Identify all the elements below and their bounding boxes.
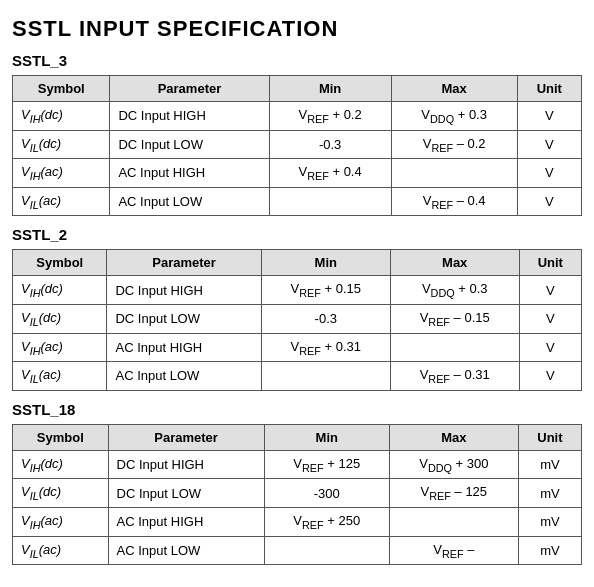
cell-symbol: VIL(dc) (13, 479, 109, 508)
table-row: VIH(ac)AC Input HIGHVREF + 0.31V (13, 333, 582, 362)
cell-min: -0.3 (269, 130, 391, 159)
cell-unit: V (517, 159, 581, 188)
cell-unit: mV (518, 479, 581, 508)
table-row: VIL(ac)AC Input LOWVREF – 0.4V (13, 187, 582, 216)
col-header-max: Max (391, 76, 517, 102)
cell-max: VREF – 125 (389, 479, 518, 508)
table-row: VIH(dc)DC Input HIGHVREF + 125VDDQ + 300… (13, 450, 582, 479)
table-sstl_2: SymbolParameterMinMaxUnitVIH(dc)DC Input… (12, 249, 582, 390)
cell-min (264, 536, 389, 565)
cell-unit: V (519, 333, 581, 362)
col-header-unit: Unit (517, 76, 581, 102)
section-heading-sstl_18: SSTL_18 (12, 401, 582, 418)
cell-min: VREF + 0.2 (269, 102, 391, 131)
table-row: VIL(dc)DC Input LOW-0.3VREF – 0.2V (13, 130, 582, 159)
cell-parameter: AC Input HIGH (108, 507, 264, 536)
cell-parameter: DC Input LOW (107, 304, 261, 333)
cell-min (269, 187, 391, 216)
cell-parameter: DC Input LOW (110, 130, 269, 159)
table-row: VIH(dc)DC Input HIGHVREF + 0.2VDDQ + 0.3… (13, 102, 582, 131)
cell-parameter: DC Input LOW (108, 479, 264, 508)
cell-max: VDDQ + 0.3 (390, 276, 519, 305)
cell-max: VREF – 0.15 (390, 304, 519, 333)
page-title: SSTL INPUT SPECIFICATION (12, 16, 582, 42)
cell-min: -300 (264, 479, 389, 508)
cell-parameter: DC Input HIGH (107, 276, 261, 305)
col-header-parameter: Parameter (110, 76, 269, 102)
cell-unit: mV (518, 450, 581, 479)
cell-min (261, 362, 390, 391)
table-row: VIL(ac)AC Input LOWVREF –mV (13, 536, 582, 565)
col-header-symbol: Symbol (13, 424, 109, 450)
cell-unit: V (519, 276, 581, 305)
cell-min: VREF + 125 (264, 450, 389, 479)
cell-symbol: VIH(dc) (13, 276, 107, 305)
col-header-unit: Unit (519, 250, 581, 276)
cell-parameter: AC Input LOW (107, 362, 261, 391)
cell-max (390, 333, 519, 362)
cell-parameter: DC Input HIGH (108, 450, 264, 479)
cell-symbol: VIH(ac) (13, 333, 107, 362)
cell-unit: V (517, 130, 581, 159)
cell-min: VREF + 250 (264, 507, 389, 536)
col-header-parameter: Parameter (107, 250, 261, 276)
section-heading-sstl_3: SSTL_3 (12, 52, 582, 69)
cell-unit: V (517, 187, 581, 216)
table-row: VIL(ac)AC Input LOWVREF – 0.31V (13, 362, 582, 391)
cell-max: VREF – 0.2 (391, 130, 517, 159)
cell-max (391, 159, 517, 188)
table-row: VIH(ac)AC Input HIGHVREF + 250mV (13, 507, 582, 536)
cell-parameter: AC Input LOW (110, 187, 269, 216)
table-row: VIL(dc)DC Input LOW-300VREF – 125mV (13, 479, 582, 508)
col-header-parameter: Parameter (108, 424, 264, 450)
cell-parameter: AC Input LOW (108, 536, 264, 565)
cell-unit: V (519, 362, 581, 391)
cell-max: VDDQ + 300 (389, 450, 518, 479)
cell-parameter: AC Input HIGH (110, 159, 269, 188)
cell-max: VREF – 0.31 (390, 362, 519, 391)
col-header-min: Min (269, 76, 391, 102)
section-heading-sstl_2: SSTL_2 (12, 226, 582, 243)
cell-min: -0.3 (261, 304, 390, 333)
table-sstl_18: SymbolParameterMinMaxUnitVIH(dc)DC Input… (12, 424, 582, 565)
cell-unit: V (517, 102, 581, 131)
cell-min: VREF + 0.15 (261, 276, 390, 305)
cell-symbol: VIL(dc) (13, 130, 110, 159)
cell-symbol: VIH(dc) (13, 450, 109, 479)
cell-symbol: VIH(dc) (13, 102, 110, 131)
cell-symbol: VIL(dc) (13, 304, 107, 333)
table-row: VIL(dc)DC Input LOW-0.3VREF – 0.15V (13, 304, 582, 333)
table-row: VIH(ac)AC Input HIGHVREF + 0.4V (13, 159, 582, 188)
cell-max: VDDQ + 0.3 (391, 102, 517, 131)
cell-parameter: AC Input HIGH (107, 333, 261, 362)
cell-symbol: VIL(ac) (13, 187, 110, 216)
cell-min: VREF + 0.4 (269, 159, 391, 188)
cell-symbol: VIH(ac) (13, 507, 109, 536)
cell-min: VREF + 0.31 (261, 333, 390, 362)
col-header-unit: Unit (518, 424, 581, 450)
col-header-min: Min (261, 250, 390, 276)
col-header-max: Max (390, 250, 519, 276)
cell-symbol: VIL(ac) (13, 362, 107, 391)
col-header-max: Max (389, 424, 518, 450)
cell-symbol: VIL(ac) (13, 536, 109, 565)
cell-max: VREF – 0.4 (391, 187, 517, 216)
col-header-symbol: Symbol (13, 250, 107, 276)
table-row: VIH(dc)DC Input HIGHVREF + 0.15VDDQ + 0.… (13, 276, 582, 305)
cell-max: VREF – (389, 536, 518, 565)
col-header-min: Min (264, 424, 389, 450)
cell-unit: mV (518, 536, 581, 565)
cell-max (389, 507, 518, 536)
cell-unit: mV (518, 507, 581, 536)
cell-unit: V (519, 304, 581, 333)
col-header-symbol: Symbol (13, 76, 110, 102)
cell-parameter: DC Input HIGH (110, 102, 269, 131)
table-sstl_3: SymbolParameterMinMaxUnitVIH(dc)DC Input… (12, 75, 582, 216)
cell-symbol: VIH(ac) (13, 159, 110, 188)
